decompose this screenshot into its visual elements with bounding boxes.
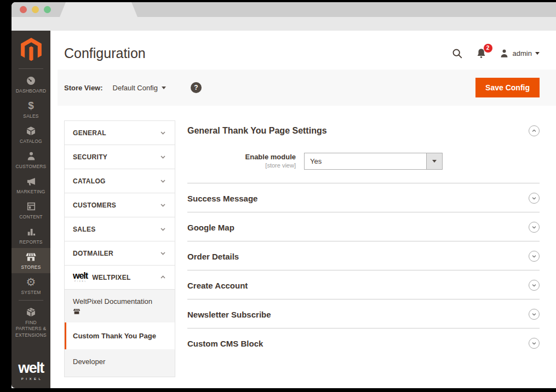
chevron-down-icon [159, 129, 167, 136]
sidebar-item-label: SYSTEM [21, 290, 41, 296]
section-success-message[interactable]: Success Message [187, 183, 540, 212]
expand-section-button[interactable] [529, 309, 540, 320]
browser-tab[interactable] [60, 2, 137, 17]
settings-panel: General Thank You Page Settings Enable m… [187, 120, 540, 357]
expand-section-button[interactable] [529, 338, 540, 349]
weltpixel-brand-main: welt [73, 272, 88, 280]
store-view-label: Store View: [64, 84, 103, 92]
nav-label: WELTPIXEL [92, 274, 130, 281]
field-label-text: Enable module [187, 153, 296, 162]
user-icon [499, 48, 509, 59]
sidebar-item-label: REPORTS [19, 239, 42, 245]
browser-window: DASHBOARD $ SALES CATALOG [12, 2, 556, 388]
chevron-down-icon [162, 87, 166, 89]
window-zoom-button[interactable] [44, 6, 51, 13]
browser-titlebar [12, 2, 556, 17]
nav-label: DOTMAILER [73, 250, 113, 257]
chevron-down-icon [159, 250, 167, 257]
content-icon [26, 200, 37, 212]
sidebar-item-sales[interactable]: $ SALES [12, 97, 50, 122]
nav-weltpixel-documentation[interactable]: WeltPixel Documentation [65, 290, 175, 322]
magento-logo[interactable] [12, 31, 50, 67]
magento-admin-app: DASHBOARD $ SALES CATALOG [12, 31, 556, 388]
weltpixel-brand-logo: welt PIXEL [73, 272, 88, 283]
sidebar-item-customers[interactable]: CUSTOMERS [12, 147, 50, 172]
enable-module-select[interactable]: Yes [304, 153, 443, 170]
config-nav-dotmailer[interactable]: DOTMAILER [65, 241, 175, 266]
section-custom-cms-block[interactable]: Custom CMS Block [187, 328, 540, 357]
system-icon: ⚙ [26, 276, 36, 288]
section-title: General Thank You Page Settings [187, 126, 327, 136]
save-config-button[interactable]: Save Config [475, 78, 540, 97]
section-general-thank-you[interactable]: General Thank You Page Settings [187, 120, 540, 136]
sidebar-item-system[interactable]: ⚙ SYSTEM [12, 273, 50, 298]
weltpixel-logo: welt PIXEL [12, 356, 50, 388]
config-nav-customers[interactable]: CUSTOMERS [65, 193, 175, 217]
config-nav-sales[interactable]: SALES [65, 217, 175, 241]
nav-label: GENERAL [73, 129, 106, 137]
expand-section-button[interactable] [529, 280, 540, 291]
section-title: Order Details [187, 252, 239, 261]
magento-logo-icon [21, 38, 42, 62]
help-icon[interactable]: ? [191, 82, 202, 93]
weltpixel-logo-main: welt [12, 361, 50, 376]
sidebar-item-find-partners[interactable]: FIND PARTNERS & EXTENSIONS [12, 303, 50, 341]
search-icon[interactable] [451, 48, 463, 60]
sidebar-item-content[interactable]: CONTENT [12, 198, 50, 223]
collapse-section-button[interactable] [529, 125, 540, 136]
dashboard-icon [25, 74, 37, 87]
desktop-background: DASHBOARD $ SALES CATALOG [0, 0, 556, 392]
sidebar-item-label: CATALOG [20, 139, 42, 145]
extensions-icon [25, 306, 37, 318]
marketing-icon [25, 175, 37, 187]
configuration-body: GENERAL SECURITY CATALOG CUSTOMERS [50, 106, 556, 388]
chevron-down-icon [159, 226, 167, 233]
enable-module-field: Enable module [store view] Yes [187, 153, 540, 170]
customers-icon [26, 150, 37, 162]
sidebar-item-dashboard[interactable]: DASHBOARD [12, 72, 50, 97]
store-icon [73, 308, 167, 317]
section-create-account[interactable]: Create Account [187, 270, 540, 299]
expand-section-button[interactable] [529, 222, 540, 233]
window-close-button[interactable] [20, 6, 27, 13]
sidebar-item-marketing[interactable]: MARKETING [12, 172, 50, 198]
window-minimize-button[interactable] [32, 6, 39, 13]
chevron-down-icon [531, 253, 537, 259]
sidebar-item-stores[interactable]: STORES [12, 248, 50, 273]
sidebar-item-label: SALES [23, 113, 38, 119]
nav-label: SALES [73, 226, 96, 233]
sidebar-item-label: MARKETING [16, 189, 45, 195]
nav-label: Developer [73, 358, 105, 366]
section-title: Create Account [187, 281, 248, 290]
store-view-switcher[interactable]: Default Config [113, 84, 166, 92]
section-google-map[interactable]: Google Map [187, 212, 540, 241]
page-header: Configuration [50, 31, 556, 70]
config-section-nav: GENERAL SECURITY CATALOG CUSTOMERS [64, 120, 175, 377]
notifications-button[interactable]: 2 [475, 48, 487, 59]
nav-label: SECURITY [73, 153, 107, 161]
config-nav-weltpixel[interactable]: welt PIXEL WELTPIXEL [65, 266, 175, 290]
config-nav-general[interactable]: GENERAL [65, 121, 175, 145]
section-title: Custom CMS Block [187, 339, 263, 348]
nav-label: CATALOG [73, 177, 106, 185]
expand-section-button[interactable] [529, 193, 540, 204]
select-dropdown-button[interactable] [426, 153, 442, 169]
sidebar-item-reports[interactable]: REPORTS [12, 223, 50, 248]
config-nav-security[interactable]: SECURITY [65, 145, 175, 169]
section-newsletter-subscribe[interactable]: Newsletter Subscribe [187, 299, 540, 328]
field-label: Enable module [store view] [187, 153, 304, 169]
admin-menu[interactable]: admin [499, 48, 540, 59]
section-title: Newsletter Subscribe [187, 310, 271, 319]
nav-custom-thank-you-page[interactable]: Custom Thank You Page [65, 322, 175, 349]
admin-sidebar: DASHBOARD $ SALES CATALOG [12, 31, 50, 388]
config-nav-catalog[interactable]: CATALOG [65, 169, 175, 193]
reports-icon [26, 226, 37, 238]
nav-developer[interactable]: Developer [65, 349, 175, 377]
nav-label: WeltPixel Documentation [73, 297, 167, 305]
sidebar-item-label: DASHBOARD [16, 88, 47, 94]
stores-icon [25, 251, 37, 263]
nav-label: Custom Thank You Page [73, 332, 156, 340]
sidebar-item-catalog[interactable]: CATALOG [12, 122, 50, 147]
expand-section-button[interactable] [529, 251, 540, 262]
section-order-details[interactable]: Order Details [187, 241, 540, 270]
